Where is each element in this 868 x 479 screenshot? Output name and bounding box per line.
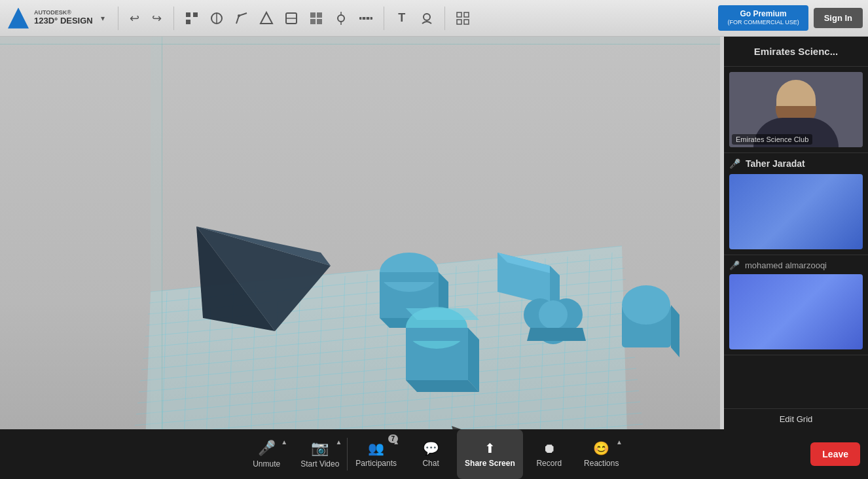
- svg-rect-0: [186, 12, 190, 17]
- measure-tool[interactable]: [354, 7, 378, 30]
- svg-point-86: [539, 300, 568, 329]
- share-screen-button[interactable]: ⬆ Share Screen: [457, 429, 523, 479]
- chat-button[interactable]: 💬 Chat: [405, 429, 457, 479]
- svg-rect-22: [464, 12, 469, 17]
- svg-rect-71: [380, 272, 439, 282]
- snap-tool[interactable]: [329, 7, 353, 30]
- svg-point-20: [424, 14, 430, 20]
- svg-point-5: [238, 14, 240, 17]
- share-screen-icon: ⬆: [484, 440, 496, 456]
- mic-muted-icon: 🎤: [258, 440, 276, 457]
- svg-rect-7: [286, 13, 297, 24]
- svg-rect-16: [359, 17, 372, 20]
- svg-rect-11: [317, 12, 322, 18]
- svg-rect-10: [317, 19, 322, 24]
- signin-button[interactable]: Sign In: [814, 8, 863, 28]
- topbar: AUTODESK® 123D° DESIGN ▾ ↩ ↪ T Go: [0, 0, 868, 37]
- video-off-icon: 📷: [311, 440, 329, 457]
- divider: [384, 7, 384, 30]
- bottom-bar: 🎤 Unmute ▲ 📷 Start Video ▲ 👥 7 Participa…: [0, 429, 868, 479]
- svg-rect-9: [310, 12, 316, 18]
- 3d-scene: [0, 37, 720, 479]
- divider: [173, 7, 174, 30]
- participant1-video: Emirates Science Club: [729, 72, 863, 147]
- export-tool[interactable]: [451, 7, 475, 30]
- record-label: Record: [536, 459, 562, 468]
- logo-text: AUTODESK® 123D° DESIGN: [34, 10, 93, 26]
- participants-button[interactable]: 👥 7 Participants ▲: [348, 429, 405, 479]
- undo-button[interactable]: ↩: [124, 8, 145, 29]
- reactions-caret[interactable]: ▲: [616, 438, 623, 446]
- stamp-tool[interactable]: [415, 7, 439, 30]
- share-screen-label: Share Screen: [465, 459, 515, 468]
- svg-rect-12: [310, 19, 316, 24]
- participant2-section: 🎤 Taher Jaradat: [724, 153, 868, 255]
- ruler-left: [151, 37, 162, 479]
- divider: [444, 7, 445, 30]
- text-tool[interactable]: T: [390, 7, 414, 30]
- svg-marker-6: [261, 12, 272, 24]
- reactions-button[interactable]: 😊 Reactions ▲: [575, 429, 628, 479]
- main-canvas: [0, 37, 720, 479]
- group-tool[interactable]: [304, 7, 328, 30]
- unmute-caret[interactable]: ▲: [281, 438, 287, 446]
- chat-label: Chat: [422, 459, 439, 468]
- svg-point-13: [338, 15, 344, 22]
- participant3-name: mohamed almarzooqi: [745, 260, 827, 270]
- participant1-section: 🎤 Emirates Science Club: [724, 67, 868, 153]
- start-video-button[interactable]: 📷 Start Video ▲: [293, 429, 347, 479]
- video-caret[interactable]: ▲: [335, 438, 342, 446]
- participant1-label: Emirates Science Club: [732, 134, 812, 145]
- chat-icon: 💬: [423, 440, 439, 456]
- unmute-label: Unmute: [253, 459, 280, 469]
- participants-caret[interactable]: ▲: [393, 438, 399, 446]
- participant2-name: Taher Jaradat: [746, 158, 805, 169]
- svg-marker-87: [527, 328, 586, 341]
- start-video-label: Start Video: [300, 459, 339, 469]
- new-shape-tool[interactable]: [180, 7, 204, 30]
- leave-button[interactable]: Leave: [810, 442, 860, 466]
- participants-label: Participants: [355, 459, 397, 468]
- participant3-mute-icon: 🎤: [729, 260, 740, 270]
- ruler-top: [0, 37, 720, 44]
- participant2-avatar: [729, 174, 863, 249]
- construct-tool[interactable]: [255, 7, 278, 30]
- participant2-mute-icon: 🎤: [729, 158, 740, 169]
- logo-area: AUTODESK® 123D° DESIGN ▾: [0, 8, 113, 29]
- unmute-button[interactable]: 🎤 Unmute ▲: [240, 429, 293, 479]
- svg-point-3: [211, 13, 222, 24]
- svg-point-89: [622, 285, 670, 325]
- blue-clover-shape: [524, 298, 586, 344]
- record-icon: ⏺: [543, 441, 556, 456]
- svg-rect-24: [464, 20, 469, 24]
- edit-grid-title: Edit Grid: [732, 414, 860, 424]
- panel-title: Emirates Scienc...: [724, 37, 868, 67]
- right-panel: Emirates Scienc... 🎤 Emirates Science Cl…: [724, 37, 868, 442]
- svg-marker-81: [406, 308, 479, 320]
- divider: [118, 7, 118, 30]
- svg-rect-1: [193, 12, 198, 17]
- logo-appname: 123D° DESIGN: [34, 16, 93, 26]
- svg-rect-79: [406, 328, 468, 341]
- participant2-header: 🎤 Taher Jaradat: [729, 158, 863, 169]
- svg-rect-21: [457, 12, 461, 17]
- redo-button[interactable]: ↪: [147, 8, 168, 29]
- svg-rect-23: [457, 20, 461, 24]
- reactions-icon: 😊: [593, 440, 609, 456]
- premium-button[interactable]: Go Premium (FOR COMMERCIAL USE): [718, 5, 808, 31]
- record-button[interactable]: ⏺ Record: [523, 429, 575, 479]
- modify-tool[interactable]: [280, 7, 303, 30]
- participant3-section: 🎤 mohamed almarzooqi: [724, 255, 868, 355]
- logo-icon: [8, 8, 29, 29]
- blue-arch-shape-2: [406, 307, 479, 392]
- svg-rect-2: [186, 20, 190, 24]
- svg-marker-82: [406, 380, 479, 392]
- sketch-tool[interactable]: [230, 7, 253, 30]
- chevron-down-icon[interactable]: ▾: [101, 14, 105, 23]
- participants-icon: 👥: [368, 440, 384, 456]
- reactions-label: Reactions: [584, 459, 619, 468]
- participant3-header: 🎤 mohamed almarzooqi: [729, 260, 863, 270]
- primitives-tool[interactable]: [205, 7, 228, 30]
- participant3-avatar: [729, 274, 863, 349]
